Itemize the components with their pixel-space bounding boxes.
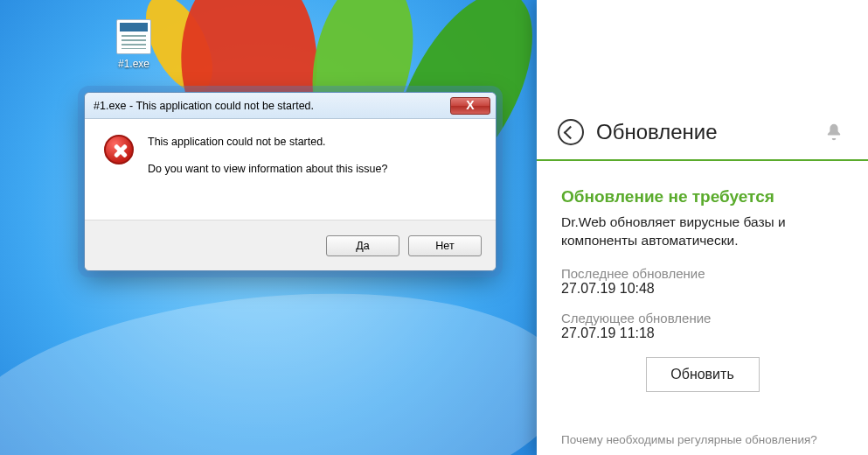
faq-link[interactable]: Почему необходимы регулярные обновления?: [561, 433, 844, 446]
bell-icon: [824, 122, 844, 142]
no-button[interactable]: Нет: [408, 235, 482, 256]
panel-title: Обновление: [596, 120, 824, 144]
drweb-header: Обновление: [537, 103, 868, 161]
dialog-body: This application could not be started. D…: [85, 119, 496, 220]
next-update-block: Следующее обновление 27.07.19 11:18: [561, 311, 844, 341]
desktop-shortcut-label: #1.exe: [103, 58, 164, 70]
dialog-button-row: Да Нет: [85, 220, 496, 270]
update-now-button[interactable]: Обновить: [646, 357, 760, 392]
error-icon: [104, 135, 134, 164]
next-update-value: 27.07.19 11:18: [561, 326, 844, 341]
wallpaper-decor: [0, 266, 579, 455]
update-status: Обновление не требуется: [561, 187, 844, 206]
file-icon: [116, 19, 151, 54]
last-update-value: 27.07.19 10:48: [561, 281, 844, 297]
dialog-message: This application could not be started. D…: [148, 135, 387, 211]
last-update-block: Последнее обновление 27.07.19 10:48: [561, 266, 844, 297]
dialog-message-line1: This application could not be started.: [148, 135, 387, 150]
back-button[interactable]: [558, 119, 584, 145]
dialog-titlebar[interactable]: #1.exe - This application could not be s…: [85, 93, 496, 119]
drweb-body: Обновление не требуется Dr.Web обновляет…: [537, 161, 868, 392]
yes-button[interactable]: Да: [326, 235, 399, 256]
notifications-button[interactable]: [824, 122, 844, 142]
close-button[interactable]: X: [450, 97, 490, 115]
next-update-label: Следующее обновление: [561, 311, 844, 326]
update-description: Dr.Web обновляет вирусные базы и компоне…: [561, 214, 844, 250]
last-update-label: Последнее обновление: [561, 266, 844, 281]
dialog-title: #1.exe - This application could not be s…: [94, 100, 314, 112]
error-dialog: #1.exe - This application could not be s…: [84, 92, 496, 271]
dialog-message-line2: Do you want to view information about th…: [148, 162, 387, 177]
drweb-panel: Обновление Обновление не требуется Dr.We…: [537, 0, 868, 455]
desktop-shortcut[interactable]: #1.exe: [103, 19, 164, 70]
